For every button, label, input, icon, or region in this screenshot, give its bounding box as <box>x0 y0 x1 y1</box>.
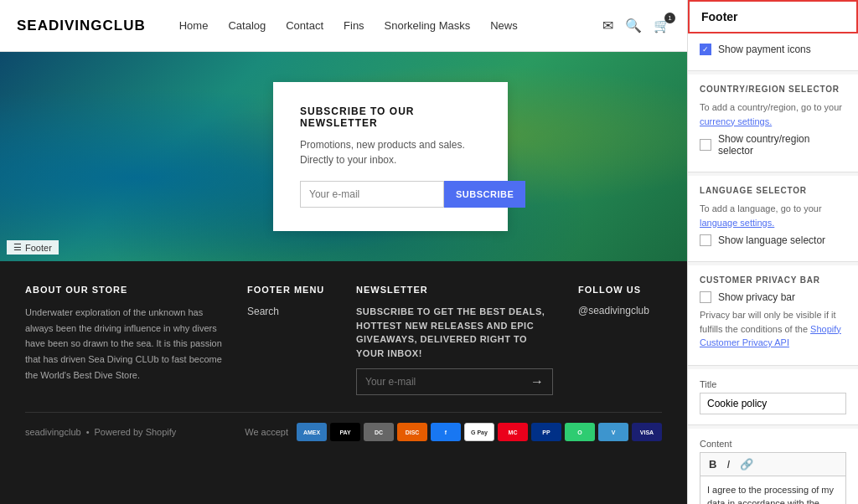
newsletter-popup-form: SUBSCRIBE <box>300 181 481 208</box>
footer-newsletter-heading: NEWSLETTER <box>356 285 553 295</box>
site-logo: SEADIVINGCLUB <box>17 18 146 34</box>
show-payment-checkbox[interactable] <box>700 44 711 55</box>
payment-venmo: V <box>598 423 628 441</box>
panel-privacy-section: CUSTOMER PRIVACY BAR Show privacy bar Pr… <box>688 265 858 366</box>
footer-menu-heading: FOOTER MENU <box>247 285 331 295</box>
footer-col-menu: FOOTER MENU Search <box>247 285 331 395</box>
nav-link-news[interactable]: News <box>490 19 518 32</box>
italic-button[interactable]: I <box>723 456 733 472</box>
panel-country-section: COUNTRY/REGION SELECTOR To add a country… <box>688 75 858 172</box>
nav-link-catalog[interactable]: Catalog <box>228 19 266 32</box>
footer-section: ABOUT OUR STORE Underwater exploration o… <box>0 261 687 504</box>
footer-col-follow: FOLLOW US @seadivingclub <box>578 285 662 395</box>
panel-content-field-section: Content B I 🔗 I agree to the processing … <box>688 429 858 505</box>
country-checkbox-label: Show country/region selector <box>718 133 846 157</box>
panel-payment-section: Show payment icons <box>688 33 858 71</box>
language-checkbox-row: Show language selector <box>700 234 846 246</box>
payment-apple-pay: PAY <box>330 423 360 441</box>
panel-payment-row: Show payment icons <box>700 44 846 55</box>
footer-menu-search[interactable]: Search <box>247 306 279 317</box>
country-desc-text: To add a country/region, go to your <box>700 102 842 112</box>
language-desc-text: To add a language, go to your <box>700 203 822 213</box>
newsletter-popup: SUBSCRIBE TO OUR NEWSLETTER Promotions, … <box>273 82 508 231</box>
show-payment-label: Show payment icons <box>718 44 811 55</box>
show-privacy-checkbox[interactable] <box>700 291 711 303</box>
show-country-checkbox[interactable] <box>700 139 711 151</box>
title-field-label: Title <box>700 379 846 389</box>
cart-badge: 1 <box>664 13 675 23</box>
country-section-title: COUNTRY/REGION SELECTOR <box>700 85 846 94</box>
panel-title: Footer <box>688 0 858 33</box>
newsletter-subscribe-button[interactable]: SUBSCRIBE <box>444 181 525 208</box>
privacy-checkbox-row: Show privacy bar <box>700 291 846 303</box>
footer-payment-icons: We accept AMEX PAY DC DISC f G Pay MC PP… <box>245 423 662 441</box>
currency-settings-link[interactable]: currency settings. <box>700 116 772 126</box>
footer-about-heading: ABOUT OUR STORE <box>25 285 222 295</box>
payment-meta: f <box>431 423 461 441</box>
privacy-desc: Privacy bar will only be visible if it f… <box>700 308 846 350</box>
payment-google-pay: G Pay <box>464 423 494 441</box>
footer-powered-by: Powered by Shopify <box>95 427 177 437</box>
footer-email-input[interactable] <box>357 369 522 394</box>
search-icon[interactable]: 🔍 <box>625 18 642 33</box>
preview-area: SEADIVINGCLUB Home Catalog Contact Fins … <box>0 0 687 504</box>
payment-diners: DC <box>364 423 394 441</box>
footer-submit-button[interactable]: → <box>522 369 552 394</box>
bold-button[interactable]: B <box>706 456 720 472</box>
nav-icons: ✉ 🔍 🛒 1 <box>602 18 670 33</box>
nav-bar: SEADIVINGCLUB Home Catalog Contact Fins … <box>0 0 687 52</box>
country-checkbox-row: Show country/region selector <box>700 133 846 157</box>
footer-icon: ☰ <box>13 242 22 253</box>
footer-bottom-left: seadivingclub • Powered by Shopify <box>25 427 176 437</box>
country-desc: To add a country/region, go to your curr… <box>700 100 846 128</box>
right-panel: Footer Show payment icons COUNTRY/REGION… <box>687 0 858 504</box>
newsletter-popup-title: SUBSCRIBE TO OUR NEWSLETTER <box>300 105 481 129</box>
content-toolbar: B I 🔗 <box>700 452 846 476</box>
footer-site-name: seadivingclub <box>25 427 81 437</box>
we-accept-label: We accept <box>245 427 288 437</box>
footer-newsletter-form: → <box>356 368 553 395</box>
nav-link-snorkeling[interactable]: Snorkeling Masks <box>385 19 471 32</box>
footer-col-about: ABOUT OUR STORE Underwater exploration o… <box>25 285 222 395</box>
footer-newsletter-text: SUBSCRIBE TO GET THE BEST DEALS, HOTTEST… <box>356 305 553 360</box>
footer-bottom: seadivingclub • Powered by Shopify We ac… <box>25 412 662 441</box>
payment-paypal: PP <box>531 423 561 441</box>
panel-language-section: LANGUAGE SELECTOR To add a language, go … <box>688 176 858 262</box>
nav-link-fins[interactable]: Fins <box>344 19 364 32</box>
footer-follow-handle: @seadivingclub <box>578 305 662 316</box>
footer-follow-heading: FOLLOW US <box>578 285 662 295</box>
payment-opay: O <box>565 423 595 441</box>
language-section-title: LANGUAGE SELECTOR <box>700 186 846 195</box>
show-language-checkbox[interactable] <box>700 234 711 246</box>
payment-mastercard: MC <box>498 423 528 441</box>
nav-links: Home Catalog Contact Fins Snorkeling Mas… <box>179 19 602 32</box>
payment-discover: DISC <box>397 423 427 441</box>
content-field-label: Content <box>700 439 846 449</box>
email-icon[interactable]: ✉ <box>602 18 613 33</box>
language-desc: To add a language, go to your language s… <box>700 202 846 229</box>
newsletter-popup-text: Promotions, new products and sales. Dire… <box>300 137 481 167</box>
footer-section-label: ☰ Footer <box>7 240 59 255</box>
nav-link-home[interactable]: Home <box>179 19 209 32</box>
panel-title-field-section: Title <box>688 369 858 425</box>
language-settings-link[interactable]: language settings. <box>700 218 774 228</box>
footer-col-newsletter: NEWSLETTER SUBSCRIBE TO GET THE BEST DEA… <box>356 285 553 395</box>
hero-section: SUBSCRIBE TO OUR NEWSLETTER Promotions, … <box>0 52 687 261</box>
footer-about-text: Underwater exploration of the unknown ha… <box>25 305 222 383</box>
footer-separator: • <box>86 427 90 437</box>
newsletter-email-input[interactable] <box>300 181 444 208</box>
cart-icon[interactable]: 🛒 1 <box>654 18 670 33</box>
link-button[interactable]: 🔗 <box>737 456 757 472</box>
nav-link-contact[interactable]: Contact <box>286 19 323 32</box>
payment-visa: VISA <box>632 423 662 441</box>
title-input[interactable] <box>700 393 846 414</box>
language-checkbox-label: Show language selector <box>718 234 825 246</box>
privacy-section-title: CUSTOMER PRIVACY BAR <box>700 275 846 285</box>
content-editor[interactable]: I agree to the processing of my data in … <box>700 476 846 505</box>
payment-amex: AMEX <box>297 423 327 441</box>
privacy-checkbox-label: Show privacy bar <box>718 291 795 303</box>
footer-columns: ABOUT OUR STORE Underwater exploration o… <box>25 285 662 395</box>
footer-label-text: Footer <box>25 243 52 253</box>
